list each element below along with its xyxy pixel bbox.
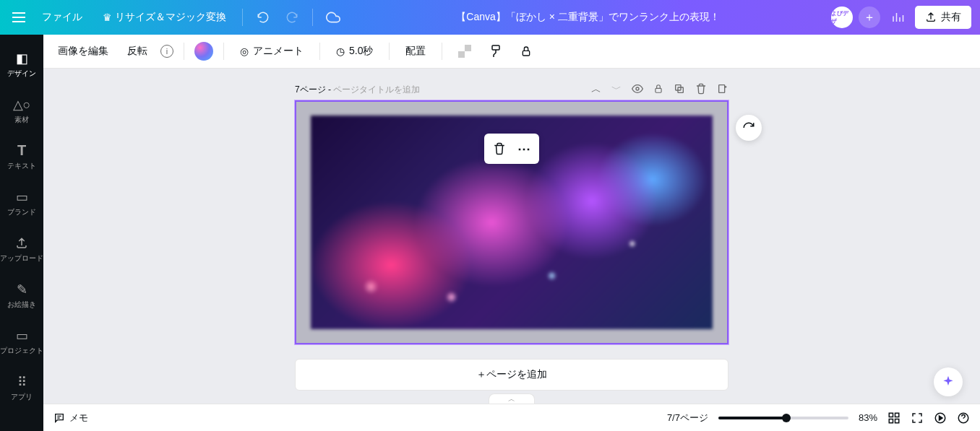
position-button[interactable]: 配置 [400,40,431,62]
upload-icon [925,12,937,23]
redo-button[interactable] [280,6,304,29]
color-swatch[interactable] [194,42,213,61]
crown-icon: ♛ [103,12,112,23]
page-counter[interactable]: 7/7ページ [667,412,708,425]
separator [184,43,184,60]
svg-rect-2 [465,51,471,58]
animate-icon: ◎ [240,45,249,57]
zoom-value[interactable]: 83% [859,412,877,423]
fullscreen-button[interactable] [911,412,924,425]
text-icon: T [17,143,26,159]
edit-image-button[interactable]: 画像を編集 [52,40,114,62]
elements-icon: △○ [13,97,31,113]
sidebar-item-text[interactable]: Tテキスト [0,133,43,179]
upload-icon [15,235,28,251]
element-floating-toolbar: ⋯ [484,134,539,164]
separator [242,9,243,26]
avatar[interactable]: よびデザ [831,6,853,28]
help-button[interactable] [957,412,970,425]
sidebar-item-projects[interactable]: ▭プロジェクト [0,318,43,364]
resize-magic-button[interactable]: ♛ リサイズ＆マジック変換 [95,6,233,28]
svg-rect-6 [656,88,661,92]
sidebar-item-upload[interactable]: アップロード [0,225,43,271]
apps-icon: ⠿ [17,374,27,390]
sidebar: ◧デザイン △○素材 Tテキスト ▭ブランド アップロード ✎お絵描き ▭プロジ… [0,35,43,431]
svg-rect-13 [895,419,899,422]
document-title[interactable]: 【Canva】「ぼかし × 二重背景」でワンランク上の表現！ [351,11,825,24]
context-toolbar: 画像を編集 反転 i ◎ アニメート ◷ 5.0秒 配置 [43,35,980,69]
notes-button[interactable]: メモ [53,412,88,425]
undo-button[interactable] [252,6,275,29]
page-lock-button[interactable] [653,83,663,96]
svg-rect-1 [458,45,465,51]
canvas-page[interactable]: ⋯ [295,100,728,344]
page-duplicate-button[interactable] [674,83,685,96]
page-delete-button[interactable] [695,83,707,96]
animate-button[interactable]: ◎ アニメート [234,40,309,62]
page-visibility-button[interactable] [632,83,643,96]
duration-button[interactable]: ◷ 5.0秒 [330,40,379,62]
info-icon[interactable]: i [160,45,173,58]
menu-button[interactable] [9,7,29,27]
sidebar-item-elements[interactable]: △○素材 [0,87,43,133]
separator [389,43,390,60]
transparency-button[interactable] [452,40,477,62]
svg-rect-12 [889,419,893,422]
more-options-button[interactable]: ⋯ [513,138,535,160]
sidebar-item-draw[interactable]: ✎お絵描き [0,271,43,318]
svg-rect-4 [523,51,530,56]
ai-assist-button[interactable] [934,367,963,396]
present-button[interactable] [934,412,947,425]
separator [312,9,313,26]
sidebar-item-apps[interactable]: ⠿アプリ [0,364,43,410]
cloud-sync-icon[interactable] [322,6,345,29]
share-button[interactable]: 共有 [915,6,971,29]
regenerate-button[interactable] [736,115,762,141]
separator [319,43,320,60]
sidebar-item-brand[interactable]: ▭ブランド [0,179,43,225]
add-member-button[interactable]: ＋ [859,6,880,28]
page-add-button[interactable] [717,83,728,96]
analytics-button[interactable] [886,6,909,29]
svg-rect-3 [492,45,499,50]
file-menu[interactable]: ファイル [35,6,90,28]
folder-icon: ▭ [16,328,28,344]
notes-icon [53,412,65,424]
separator [223,43,224,60]
zoom-slider[interactable] [718,417,848,419]
draw-icon: ✎ [17,282,27,297]
lock-button[interactable] [515,40,538,62]
add-page-button[interactable]: ＋ページを追加 [295,359,728,391]
svg-point-5 [636,87,639,90]
collapse-panel-tab[interactable]: ︿ [489,393,535,404]
clock-icon: ◷ [336,45,345,57]
svg-rect-9 [719,85,725,93]
svg-rect-10 [889,413,893,417]
share-label: 共有 [941,11,961,24]
design-icon: ◧ [16,51,28,66]
resize-label: リサイズ＆マジック変換 [115,11,226,24]
delete-element-button[interactable] [489,138,510,160]
page-label[interactable]: 7ページ - ページタイトルを追加 [295,84,420,96]
sidebar-item-design[interactable]: ◧デザイン [0,40,43,87]
copy-style-button[interactable] [484,40,507,62]
separator [442,43,442,60]
page-up-button[interactable]: ︿ [591,83,601,96]
svg-rect-11 [895,413,899,417]
flip-button[interactable]: 反転 [121,40,153,62]
grid-view-button[interactable] [887,412,901,425]
brand-icon: ▭ [16,189,28,205]
page-down-button[interactable]: ﹀ [611,83,622,96]
